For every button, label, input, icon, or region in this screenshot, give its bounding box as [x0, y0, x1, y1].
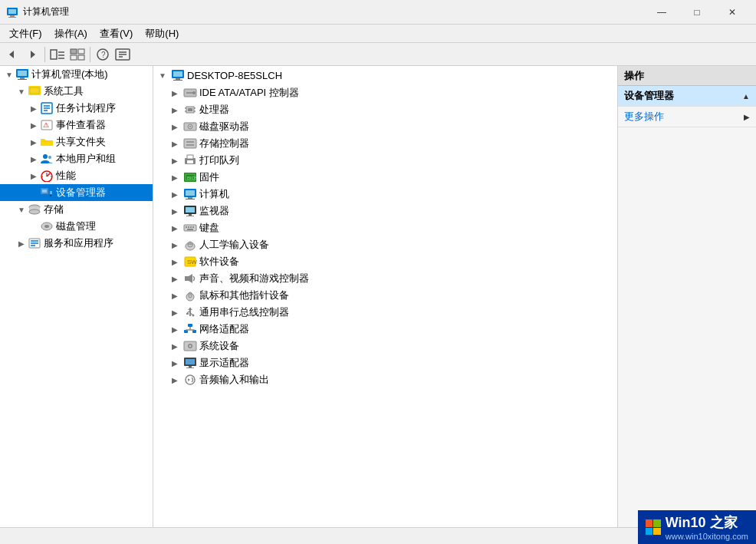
- center-root[interactable]: ▼ DESKTOP-8E5SLCH: [153, 66, 617, 84]
- toolbar-separator-1: [44, 47, 45, 62]
- users-expand-icon: ▶: [28, 153, 40, 165]
- system-tools-label: 系统工具: [44, 84, 153, 98]
- forward-button[interactable]: [23, 45, 41, 64]
- device-label-usb: 通用串行总线控制器: [199, 305, 289, 319]
- device-expand-disk: ▶: [169, 123, 181, 131]
- device-label-display: 显示适配器: [199, 356, 249, 370]
- svg-marker-105: [188, 308, 192, 310]
- menu-action[interactable]: 操作(A): [48, 25, 94, 42]
- tree-system-tools[interactable]: ▼ 系统工具: [0, 83, 153, 100]
- device-disk[interactable]: ▶磁盘驱动器: [153, 118, 617, 135]
- toolbar-separator-2: [90, 47, 90, 62]
- device-network[interactable]: ▶网络适配器: [153, 321, 617, 338]
- device-monitor[interactable]: ▶监视器: [153, 203, 617, 219]
- device-label-mouse: 鼠标和其他指针设备: [199, 288, 289, 302]
- device-label-storage_ctrl: 存储控制器: [199, 137, 249, 150]
- device-software[interactable]: ▶SW软件设备: [153, 253, 617, 270]
- actions-title: 操作: [624, 69, 644, 83]
- device-sound[interactable]: ▶声音、视频和游戏控制器: [153, 270, 617, 287]
- device-label-network: 网络适配器: [199, 322, 249, 336]
- perf-expand-icon: ▶: [28, 170, 40, 182]
- device-mouse[interactable]: ▶鼠标和其他指针设备: [153, 287, 617, 304]
- window-title: 计算机管理: [23, 5, 644, 18]
- svg-rect-90: [190, 226, 192, 228]
- device-ide[interactable]: ▶IDE ATA/ATAPI 控制器: [153, 84, 617, 101]
- svg-rect-56: [176, 78, 180, 80]
- device-mgr-expand-icon: [28, 186, 40, 199]
- tree-root[interactable]: ▼ 计算机管理(本地): [0, 66, 153, 83]
- svg-rect-62: [188, 108, 192, 111]
- device-keyboard[interactable]: ▶键盘: [153, 219, 617, 236]
- svg-rect-108: [186, 313, 189, 315]
- device-firmware[interactable]: ▶BIOS固件: [153, 169, 617, 186]
- device-label-firmware: 固件: [199, 170, 219, 184]
- show-hide-tree[interactable]: [48, 45, 67, 64]
- menu-help[interactable]: 帮助(H): [139, 25, 185, 42]
- toolbar: ?: [0, 43, 756, 66]
- svg-point-44: [50, 195, 51, 196]
- device-expand-storage_ctrl: ▶: [169, 140, 181, 148]
- local-users-label: 本地用户和组: [56, 152, 153, 166]
- help-button[interactable]: ?: [94, 45, 112, 64]
- action-item-0[interactable]: 设备管理器▲: [618, 86, 756, 107]
- device-audio_io[interactable]: ▶音频输入和输出: [153, 371, 617, 388]
- menu-file[interactable]: 文件(F): [3, 25, 48, 42]
- tree-disk-management[interactable]: 磁盘管理: [0, 218, 153, 235]
- maximize-button[interactable]: □: [679, 0, 715, 25]
- action-label-0: 设备管理器: [624, 89, 674, 103]
- watermark: Win10 之家 www.win10xitong.com: [638, 510, 756, 544]
- tree-storage[interactable]: ▼ 存储: [0, 201, 153, 218]
- device-cpu[interactable]: ▶处理器: [153, 101, 617, 118]
- device-expand-monitor: ▶: [169, 207, 181, 216]
- device-expand-system: ▶: [169, 342, 181, 351]
- left-panel: ▼ 计算机管理(本地) ▼ 系统工具: [0, 66, 153, 527]
- action-item-1[interactable]: 更多操作▶: [618, 107, 756, 127]
- device-print[interactable]: ▶打印队列: [153, 152, 617, 169]
- action-arrow-0: ▲: [742, 92, 750, 101]
- tree-shared-folders[interactable]: ▶ 共享文件夹: [0, 134, 153, 150]
- right-panel: 操作 设备管理器▲更多操作▶: [618, 66, 756, 527]
- app-icon: [6, 6, 18, 18]
- menu-view[interactable]: 查看(V): [94, 25, 139, 42]
- device-storage_ctrl[interactable]: ▶存储控制器: [153, 135, 617, 152]
- firmware-icon: BIOS: [183, 170, 197, 184]
- tree-local-users[interactable]: ▶ 本地用户和组: [0, 150, 153, 167]
- device-usb[interactable]: ▶通用串行总线控制器: [153, 304, 617, 321]
- tree-task-scheduler[interactable]: ▶ 任务计划程序: [0, 100, 153, 117]
- device-hid[interactable]: ▶人工学输入设备: [153, 236, 617, 253]
- device-computer[interactable]: ▶计算机: [153, 186, 617, 203]
- action-arrow-1: ▶: [744, 113, 750, 121]
- device-expand-firmware: ▶: [169, 173, 181, 182]
- device-system[interactable]: ▶系统设备: [153, 338, 617, 354]
- main-container: ▼ 计算机管理(本地) ▼ 系统工具: [0, 66, 756, 527]
- svg-rect-81: [188, 197, 192, 199]
- device-label-ide: IDE ATA/ATAPI 控制器: [199, 86, 299, 100]
- device-expand-print: ▶: [169, 157, 181, 165]
- svg-rect-86: [186, 216, 194, 216]
- close-button[interactable]: ✕: [715, 0, 750, 25]
- services-expand-icon: ▶: [15, 237, 28, 249]
- svg-rect-75: [187, 155, 193, 159]
- svg-rect-21: [18, 71, 27, 76]
- minimize-button[interactable]: —: [644, 0, 679, 25]
- disk-icon: [183, 120, 197, 134]
- system-tools-icon: [28, 84, 41, 98]
- svg-rect-41: [42, 190, 47, 193]
- svg-rect-11: [78, 49, 84, 54]
- device-expand-sound: ▶: [169, 275, 181, 283]
- tree-services[interactable]: ▶ 服务和应用程序: [0, 235, 153, 252]
- svg-line-36: [47, 173, 50, 176]
- tree-performance[interactable]: ▶ 性能: [0, 167, 153, 184]
- svg-rect-92: [187, 229, 193, 230]
- svg-rect-82: [186, 199, 195, 199]
- root-label: 计算机管理(本地): [31, 68, 153, 81]
- svg-rect-55: [173, 71, 182, 77]
- center-panel: ▼ DESKTOP-8E5SLCH ▶IDE ATA/ATAPI 控制器▶处理器…: [153, 66, 618, 527]
- tree-device-manager[interactable]: 设备管理器 ←: [0, 184, 153, 201]
- info-button[interactable]: [113, 45, 132, 64]
- view-toggle[interactable]: [68, 45, 87, 64]
- device-display[interactable]: ▶显示适配器: [153, 354, 617, 371]
- tree-event-viewer[interactable]: ▶ ⚠ 事件查看器: [0, 117, 153, 134]
- svg-point-33: [43, 154, 48, 159]
- back-button[interactable]: [3, 45, 21, 64]
